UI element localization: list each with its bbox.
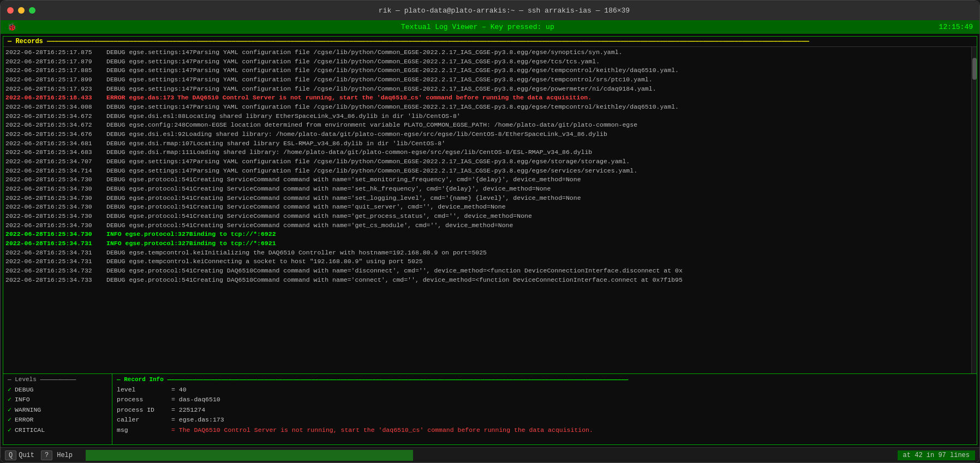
log-timestamp: 2022-06-28T16:25:34.730 <box>5 185 106 194</box>
log-line[interactable]: 2022-06-28T16:25:34.707 DEBUG egse.setti… <box>5 157 969 167</box>
help-label: Help <box>57 452 73 459</box>
record-val: = 2251274 <box>171 405 205 415</box>
scrollbar-thumb[interactable] <box>972 58 977 80</box>
level-item[interactable]: ✓CRITICAL <box>8 425 107 435</box>
log-line[interactable]: 2022-06-28T16:25:17.879 DEBUG egse.setti… <box>5 57 969 67</box>
log-level: DEBUG egse.protocol:541 <box>106 212 193 221</box>
record-val: = egse.das:173 <box>171 415 224 425</box>
record-val: = 40 <box>171 385 187 395</box>
close-button[interactable] <box>7 7 14 14</box>
log-level: DEBUG egse.protocol:541 <box>106 185 193 194</box>
log-message: The DAQ6510 Control Server is not runnin… <box>177 93 591 103</box>
record-key: msg <box>117 425 171 435</box>
log-line[interactable]: 2022-06-28T16:25:34.681 DEBUG egse.dsi.r… <box>5 139 969 149</box>
log-level: DEBUG egse.settings:147 <box>106 66 193 75</box>
log-line[interactable]: 2022-06-28T16:25:17.875 DEBUG egse.setti… <box>5 48 969 57</box>
log-timestamp: 2022-06-28T16:25:34.714 <box>5 167 106 176</box>
log-line[interactable]: 2022-06-28T16:25:34.672 DEBUG egse.dsi.e… <box>5 112 969 121</box>
log-timestamp: 2022-06-28T16:25:34.731 <box>5 257 106 266</box>
log-message: Binding to tcp://*:6921 <box>189 239 276 248</box>
log-timestamp: 2022-06-28T16:25:34.730 <box>5 194 106 203</box>
log-line[interactable]: 2022-06-28T16:25:34.672 DEBUG egse.confi… <box>5 121 969 130</box>
log-message: Parsing YAML configuration file /cgse/li… <box>193 57 600 67</box>
log-line[interactable]: 2022-06-28T16:25:34.733 DEBUG egse.proto… <box>5 276 969 285</box>
records-header: — Records ——————————————————————————————… <box>3 37 977 47</box>
log-level: DEBUG egse.tempcontrol.kei <box>106 248 204 258</box>
log-line[interactable]: 2022-06-28T16:25:17.885 DEBUG egse.setti… <box>5 66 969 75</box>
log-message: Creating ServiceCommand command with nam… <box>193 185 551 194</box>
levels-list: ✓DEBUG✓INFO✓WARNING✓ERROR✓CRITICAL <box>8 385 107 435</box>
log-lines[interactable]: 2022-06-28T16:25:17.875 DEBUG egse.setti… <box>3 47 971 373</box>
maximize-button[interactable] <box>29 7 35 14</box>
log-line[interactable]: 2022-06-28T16:25:34.683 DEBUG egse.dsi.r… <box>5 148 969 157</box>
log-line[interactable]: 2022-06-28T16:25:18.433 ERROR egse.das:1… <box>5 93 969 103</box>
log-timestamp: 2022-06-28T16:25:17.899 <box>5 75 106 85</box>
top-bar: 🐞 Textual Log Viewer – Key pressed: up 1… <box>1 20 979 34</box>
help-key[interactable]: ? <box>41 452 52 459</box>
log-message: Creating ServiceCommand command with nam… <box>193 194 581 203</box>
record-info-row: process ID = 2251274 <box>117 405 972 415</box>
log-timestamp: 2022-06-28T16:25:34.672 <box>5 121 106 130</box>
log-line[interactable]: 2022-06-28T16:25:34.008 DEBUG egse.setti… <box>5 103 969 112</box>
level-item[interactable]: ✓INFO <box>8 395 107 405</box>
level-item[interactable]: ✓WARNING <box>8 405 107 415</box>
log-line[interactable]: 2022-06-28T16:25:34.732 DEBUG egse.proto… <box>5 266 969 276</box>
topbar-time: 12:15:49 <box>939 23 973 31</box>
log-line[interactable]: 2022-06-28T16:25:34.730 DEBUG egse.proto… <box>5 185 969 194</box>
log-line[interactable]: 2022-06-28T16:25:34.731 DEBUG egse.tempc… <box>5 257 969 266</box>
log-level: DEBUG egse.settings:147 <box>106 103 193 112</box>
log-line[interactable]: 2022-06-28T16:25:34.676 DEBUG egse.dsi.e… <box>5 130 969 139</box>
log-line[interactable]: 2022-06-28T16:25:34.730 INFO egse.protoc… <box>5 230 969 239</box>
level-check: ✓ <box>8 425 11 435</box>
level-item[interactable]: ✓ERROR <box>8 415 107 425</box>
log-line[interactable]: 2022-06-28T16:25:34.730 DEBUG egse.proto… <box>5 221 969 230</box>
log-line[interactable]: 2022-06-28T16:25:34.714 DEBUG egse.setti… <box>5 167 969 176</box>
log-level: DEBUG egse.dsi.rmap:111 <box>106 148 193 157</box>
scrollbar[interactable] <box>971 47 977 373</box>
level-item[interactable]: ✓DEBUG <box>8 385 107 395</box>
log-timestamp: 2022-06-28T16:25:17.923 <box>5 85 106 94</box>
log-timestamp: 2022-06-28T16:25:18.433 <box>5 93 106 103</box>
log-line[interactable]: 2022-06-28T16:25:34.731 INFO egse.protoc… <box>5 239 969 248</box>
level-label: ERROR <box>15 415 34 425</box>
log-level: DEBUG egse.settings:147 <box>106 57 193 67</box>
log-timestamp: 2022-06-28T16:25:34.008 <box>5 103 106 112</box>
log-timestamp: 2022-06-28T16:25:17.885 <box>5 66 106 75</box>
log-message: Parsing YAML configuration file /cgse/li… <box>193 66 679 75</box>
log-line[interactable]: 2022-06-28T16:25:34.730 DEBUG egse.proto… <box>5 203 969 212</box>
log-message: Locating shared library EtherSpaceLink_v… <box>186 112 461 121</box>
log-message: Loading shared library: /home/plato-data… <box>193 148 593 157</box>
log-level: DEBUG egse.settings:147 <box>106 48 193 57</box>
record-key: level <box>117 385 171 395</box>
log-timestamp: 2022-06-28T16:25:34.730 <box>5 175 106 185</box>
log-timestamp: 2022-06-28T16:25:34.681 <box>5 139 106 149</box>
record-info-row: caller = egse.das:173 <box>117 415 972 425</box>
log-line[interactable]: 2022-06-28T16:25:34.730 DEBUG egse.proto… <box>5 212 969 221</box>
terminal-window: rik — plato-data@plato-arrakis:~ — ssh a… <box>0 0 980 463</box>
log-line[interactable]: 2022-06-28T16:25:17.923 DEBUG egse.setti… <box>5 85 969 94</box>
log-line[interactable]: 2022-06-28T16:25:34.731 DEBUG egse.tempc… <box>5 248 969 258</box>
log-message: Parsing YAML configuration file /cgse/li… <box>193 75 653 85</box>
log-message: Initializing the DAQ6510 Controller with… <box>204 248 487 258</box>
status-bar: Q Quit ? Help at 42 in 97 lines <box>1 447 979 462</box>
log-line[interactable]: 2022-06-28T16:25:34.730 DEBUG egse.proto… <box>5 175 969 185</box>
log-level: DEBUG egse.settings:147 <box>106 157 193 167</box>
position-indicator: at 42 in 97 lines <box>898 450 975 460</box>
quit-key[interactable]: Q <box>5 450 16 460</box>
level-label: CRITICAL <box>15 425 45 435</box>
record-key: process <box>117 395 171 405</box>
log-message: Creating ServiceCommand command with nam… <box>193 221 513 230</box>
levels-header: — Levels —————————— <box>8 376 107 383</box>
log-level: DEBUG egse.protocol:541 <box>106 221 193 230</box>
log-line[interactable]: 2022-06-28T16:25:34.730 DEBUG egse.proto… <box>5 194 969 203</box>
log-line[interactable]: 2022-06-28T16:25:17.899 DEBUG egse.setti… <box>5 75 969 85</box>
log-level: DEBUG egse.dsi.esl:92 <box>106 130 186 139</box>
log-message: Creating DAQ6510Command command with nam… <box>193 276 683 285</box>
log-level: DEBUG egse.protocol:541 <box>106 194 193 203</box>
log-timestamp: 2022-06-28T16:25:34.730 <box>5 221 106 230</box>
minimize-button[interactable] <box>18 7 25 14</box>
log-message: Parsing YAML configuration file /cgse/li… <box>193 85 656 94</box>
log-timestamp: 2022-06-28T16:25:17.879 <box>5 57 106 67</box>
log-message: Binding to tcp://*:6922 <box>189 230 276 239</box>
record-val: = The DAQ6510 Control Server is not runn… <box>171 425 593 435</box>
